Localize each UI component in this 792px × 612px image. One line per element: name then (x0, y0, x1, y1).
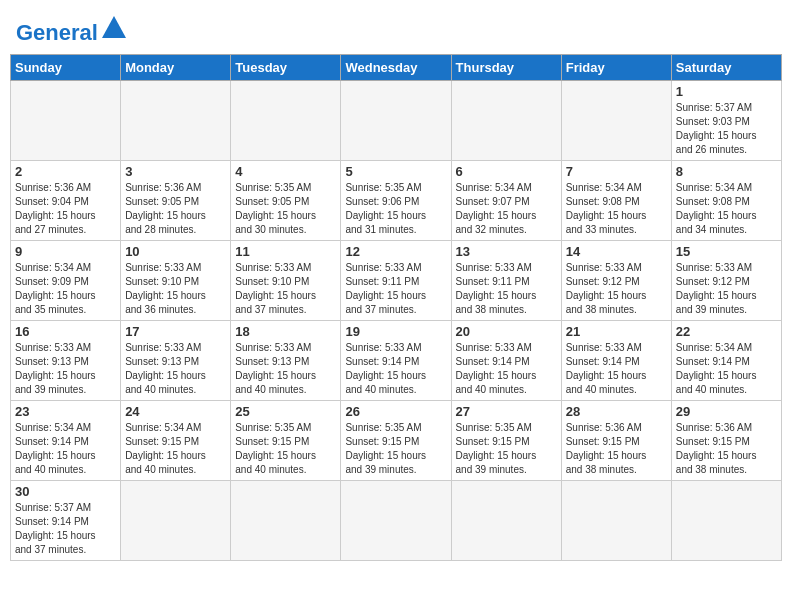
day-number: 13 (456, 244, 557, 259)
calendar-day-cell: 27Sunrise: 5:35 AM Sunset: 9:15 PM Dayli… (451, 401, 561, 481)
day-info: Sunrise: 5:33 AM Sunset: 9:11 PM Dayligh… (456, 261, 557, 317)
calendar-day-cell: 9Sunrise: 5:34 AM Sunset: 9:09 PM Daylig… (11, 241, 121, 321)
calendar-day-cell: 30Sunrise: 5:37 AM Sunset: 9:14 PM Dayli… (11, 481, 121, 561)
day-info: Sunrise: 5:36 AM Sunset: 9:15 PM Dayligh… (566, 421, 667, 477)
calendar-day-cell: 13Sunrise: 5:33 AM Sunset: 9:11 PM Dayli… (451, 241, 561, 321)
day-number: 26 (345, 404, 446, 419)
day-number: 9 (15, 244, 116, 259)
day-number: 30 (15, 484, 116, 499)
day-number: 2 (15, 164, 116, 179)
calendar-week-row: 1Sunrise: 5:37 AM Sunset: 9:03 PM Daylig… (11, 81, 782, 161)
day-number: 27 (456, 404, 557, 419)
calendar-day-cell: 22Sunrise: 5:34 AM Sunset: 9:14 PM Dayli… (671, 321, 781, 401)
day-number: 7 (566, 164, 667, 179)
calendar-day-cell: 6Sunrise: 5:34 AM Sunset: 9:07 PM Daylig… (451, 161, 561, 241)
day-info: Sunrise: 5:35 AM Sunset: 9:05 PM Dayligh… (235, 181, 336, 237)
day-header-wednesday: Wednesday (341, 55, 451, 81)
logo-icon (100, 14, 128, 42)
day-info: Sunrise: 5:34 AM Sunset: 9:07 PM Dayligh… (456, 181, 557, 237)
day-number: 21 (566, 324, 667, 339)
calendar-day-cell: 2Sunrise: 5:36 AM Sunset: 9:04 PM Daylig… (11, 161, 121, 241)
day-number: 19 (345, 324, 446, 339)
calendar-day-cell: 14Sunrise: 5:33 AM Sunset: 9:12 PM Dayli… (561, 241, 671, 321)
calendar-day-cell (451, 81, 561, 161)
calendar-day-cell (11, 81, 121, 161)
day-info: Sunrise: 5:33 AM Sunset: 9:14 PM Dayligh… (345, 341, 446, 397)
calendar-day-cell: 29Sunrise: 5:36 AM Sunset: 9:15 PM Dayli… (671, 401, 781, 481)
day-info: Sunrise: 5:33 AM Sunset: 9:13 PM Dayligh… (15, 341, 116, 397)
calendar-day-cell: 15Sunrise: 5:33 AM Sunset: 9:12 PM Dayli… (671, 241, 781, 321)
calendar-day-cell: 16Sunrise: 5:33 AM Sunset: 9:13 PM Dayli… (11, 321, 121, 401)
day-number: 4 (235, 164, 336, 179)
day-number: 10 (125, 244, 226, 259)
calendar-week-row: 16Sunrise: 5:33 AM Sunset: 9:13 PM Dayli… (11, 321, 782, 401)
day-info: Sunrise: 5:36 AM Sunset: 9:05 PM Dayligh… (125, 181, 226, 237)
day-info: Sunrise: 5:36 AM Sunset: 9:15 PM Dayligh… (676, 421, 777, 477)
day-info: Sunrise: 5:37 AM Sunset: 9:03 PM Dayligh… (676, 101, 777, 157)
day-number: 17 (125, 324, 226, 339)
day-number: 14 (566, 244, 667, 259)
day-info: Sunrise: 5:33 AM Sunset: 9:12 PM Dayligh… (566, 261, 667, 317)
day-info: Sunrise: 5:33 AM Sunset: 9:10 PM Dayligh… (125, 261, 226, 317)
day-info: Sunrise: 5:34 AM Sunset: 9:09 PM Dayligh… (15, 261, 116, 317)
calendar-week-row: 23Sunrise: 5:34 AM Sunset: 9:14 PM Dayli… (11, 401, 782, 481)
calendar-day-cell: 5Sunrise: 5:35 AM Sunset: 9:06 PM Daylig… (341, 161, 451, 241)
day-number: 25 (235, 404, 336, 419)
day-number: 11 (235, 244, 336, 259)
day-number: 23 (15, 404, 116, 419)
day-number: 6 (456, 164, 557, 179)
calendar-day-cell (231, 481, 341, 561)
day-number: 15 (676, 244, 777, 259)
calendar-day-cell: 20Sunrise: 5:33 AM Sunset: 9:14 PM Dayli… (451, 321, 561, 401)
day-info: Sunrise: 5:33 AM Sunset: 9:14 PM Dayligh… (456, 341, 557, 397)
calendar-day-cell (341, 81, 451, 161)
calendar-day-cell (121, 481, 231, 561)
calendar-day-cell: 1Sunrise: 5:37 AM Sunset: 9:03 PM Daylig… (671, 81, 781, 161)
calendar-day-cell: 4Sunrise: 5:35 AM Sunset: 9:05 PM Daylig… (231, 161, 341, 241)
day-header-tuesday: Tuesday (231, 55, 341, 81)
day-info: Sunrise: 5:34 AM Sunset: 9:14 PM Dayligh… (15, 421, 116, 477)
day-info: Sunrise: 5:35 AM Sunset: 9:06 PM Dayligh… (345, 181, 446, 237)
day-number: 16 (15, 324, 116, 339)
day-info: Sunrise: 5:33 AM Sunset: 9:11 PM Dayligh… (345, 261, 446, 317)
day-info: Sunrise: 5:35 AM Sunset: 9:15 PM Dayligh… (345, 421, 446, 477)
day-info: Sunrise: 5:33 AM Sunset: 9:12 PM Dayligh… (676, 261, 777, 317)
day-header-thursday: Thursday (451, 55, 561, 81)
svg-marker-0 (102, 16, 126, 38)
calendar-day-cell (561, 481, 671, 561)
calendar-day-cell: 28Sunrise: 5:36 AM Sunset: 9:15 PM Dayli… (561, 401, 671, 481)
calendar-day-cell: 8Sunrise: 5:34 AM Sunset: 9:08 PM Daylig… (671, 161, 781, 241)
day-number: 1 (676, 84, 777, 99)
day-info: Sunrise: 5:35 AM Sunset: 9:15 PM Dayligh… (235, 421, 336, 477)
day-number: 29 (676, 404, 777, 419)
calendar-week-row: 9Sunrise: 5:34 AM Sunset: 9:09 PM Daylig… (11, 241, 782, 321)
page-header: General (10, 10, 782, 48)
day-info: Sunrise: 5:33 AM Sunset: 9:13 PM Dayligh… (125, 341, 226, 397)
calendar-day-cell (121, 81, 231, 161)
day-number: 24 (125, 404, 226, 419)
calendar-day-cell: 24Sunrise: 5:34 AM Sunset: 9:15 PM Dayli… (121, 401, 231, 481)
calendar-day-cell: 19Sunrise: 5:33 AM Sunset: 9:14 PM Dayli… (341, 321, 451, 401)
day-info: Sunrise: 5:34 AM Sunset: 9:08 PM Dayligh… (566, 181, 667, 237)
day-info: Sunrise: 5:37 AM Sunset: 9:14 PM Dayligh… (15, 501, 116, 557)
logo: General (16, 14, 128, 44)
day-info: Sunrise: 5:33 AM Sunset: 9:13 PM Dayligh… (235, 341, 336, 397)
day-number: 8 (676, 164, 777, 179)
calendar-day-cell: 11Sunrise: 5:33 AM Sunset: 9:10 PM Dayli… (231, 241, 341, 321)
calendar-week-row: 2Sunrise: 5:36 AM Sunset: 9:04 PM Daylig… (11, 161, 782, 241)
calendar-day-cell: 10Sunrise: 5:33 AM Sunset: 9:10 PM Dayli… (121, 241, 231, 321)
calendar-day-cell (231, 81, 341, 161)
calendar-day-cell (671, 481, 781, 561)
day-info: Sunrise: 5:35 AM Sunset: 9:15 PM Dayligh… (456, 421, 557, 477)
day-info: Sunrise: 5:33 AM Sunset: 9:14 PM Dayligh… (566, 341, 667, 397)
calendar-week-row: 30Sunrise: 5:37 AM Sunset: 9:14 PM Dayli… (11, 481, 782, 561)
calendar-table: SundayMondayTuesdayWednesdayThursdayFrid… (10, 54, 782, 561)
calendar-day-cell (341, 481, 451, 561)
day-number: 28 (566, 404, 667, 419)
day-info: Sunrise: 5:34 AM Sunset: 9:08 PM Dayligh… (676, 181, 777, 237)
day-number: 18 (235, 324, 336, 339)
day-header-monday: Monday (121, 55, 231, 81)
day-info: Sunrise: 5:33 AM Sunset: 9:10 PM Dayligh… (235, 261, 336, 317)
calendar-day-cell: 25Sunrise: 5:35 AM Sunset: 9:15 PM Dayli… (231, 401, 341, 481)
day-number: 12 (345, 244, 446, 259)
